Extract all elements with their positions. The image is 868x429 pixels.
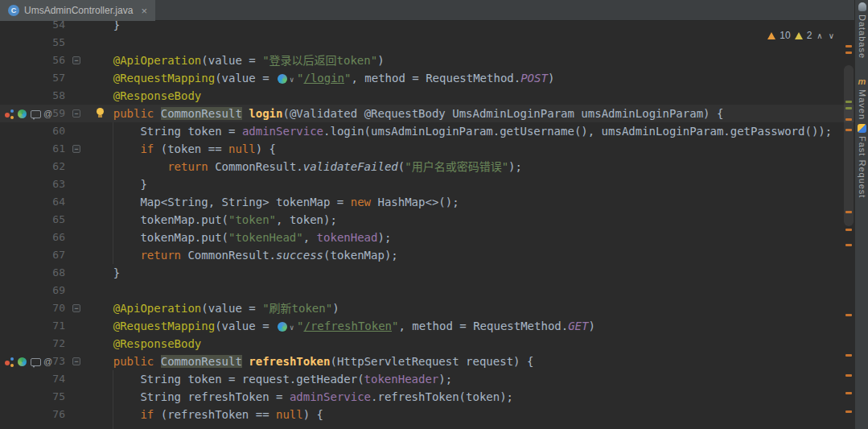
stripe-mark[interactable] [845,129,852,131]
line-number[interactable]: 72 [52,335,65,353]
line-number[interactable]: 76 [52,406,65,423]
code-editor[interactable]: 54 }5556− @ApiOperation(value = "登录以后返回t… [0,21,854,429]
fast-request-gutter-icon[interactable] [4,108,14,119]
line-number[interactable]: 69 [52,282,65,299]
line-number[interactable]: 58 [52,87,65,105]
code-line-58[interactable]: 58 @ResponseBody [0,87,854,105]
code-token: public [113,355,161,368]
tool-button-fast-request[interactable]: Fast Request [855,124,868,198]
gutter: 75 [0,388,86,406]
comment-icon[interactable] [30,356,40,367]
code-token: null [276,408,303,421]
inspection-widget[interactable]: 10 2 ∧ ∨ [767,30,835,41]
line-number[interactable]: 59 [52,105,65,122]
code-line-69[interactable]: 69 [0,282,854,299]
line-number[interactable]: 54 [52,21,65,34]
stripe-mark[interactable] [845,244,852,246]
tool-button-maven[interactable]: m Maven [855,77,868,120]
scrollbar-thumb[interactable] [844,65,854,226]
at-icon[interactable] [43,108,53,119]
code-text: } [86,175,147,193]
line-number[interactable]: 60 [52,122,65,140]
line-number[interactable]: 64 [52,193,65,211]
line-number[interactable]: 73 [52,353,65,370]
comment-icon[interactable] [30,108,40,119]
code-line-64[interactable]: 64 Map<String, String> tokenMap = new Ha… [0,193,854,211]
line-number[interactable]: 68 [52,264,65,282]
api-doc-icon[interactable] [17,356,27,367]
code-token: CommonResult [161,107,242,120]
line-number[interactable]: 75 [52,388,65,406]
stripe-mark[interactable] [845,229,852,231]
code-line-75[interactable]: 75 String refreshToken = adminService.re… [0,388,854,406]
code-line-72[interactable]: 72 @ResponseBody [0,335,854,353]
prev-warning-button[interactable]: ∧ [816,31,823,40]
at-icon[interactable] [43,356,53,367]
line-number[interactable]: 63 [52,175,65,193]
line-number[interactable]: 66 [52,229,65,246]
line-number[interactable]: 71 [52,317,65,335]
next-warning-button[interactable]: ∨ [828,31,835,40]
stripe-mark[interactable] [845,392,852,394]
fold-marker-icon[interactable]: − [72,357,80,365]
code-line-66[interactable]: 66 tokenMap.put("tokenHead", tokenHead); [0,229,854,246]
code-line-67[interactable]: 67 return CommonResult.success(tokenMap)… [0,246,854,264]
stripe-mark[interactable] [845,354,852,357]
code-line-62[interactable]: 62 return CommonResult.validateFailed("用… [0,158,854,175]
code-token: ); [508,160,522,173]
code-token: CommonResult. [208,160,303,173]
fold-marker-icon[interactable]: − [72,109,80,118]
code-line-68[interactable]: 68 } [0,264,854,282]
fold-marker-icon[interactable]: − [72,304,80,312]
code-line-57[interactable]: 57 @RequestMapping(value = ∨"/login", me… [0,69,854,87]
code-line-76[interactable]: 76 if (refreshToken == null) { [0,406,854,423]
code-token: if [140,408,154,421]
stripe-mark[interactable] [845,374,852,377]
stripe-mark[interactable] [845,52,852,54]
line-number[interactable]: 57 [52,69,65,87]
code-token [86,302,113,315]
code-line-70[interactable]: 70− @ApiOperation(value = "刷新token") [0,299,854,317]
code-line-65[interactable]: 65 tokenMap.put("token", token); [0,211,854,229]
code-line-61[interactable]: 61− if (token == null) { [0,140,854,158]
code-line-54[interactable]: 54 } [0,21,854,34]
code-line-55[interactable]: 55 [0,34,854,52]
tool-button-database[interactable]: Database [855,2,868,59]
code-line-74[interactable]: 74 String token = request.getHeader(toke… [0,370,854,388]
code-token: null [228,142,256,155]
line-number[interactable]: 56 [52,52,65,69]
code-line-56[interactable]: 56− @ApiOperation(value = "登录以后返回token") [0,52,854,69]
gutter: 76 [0,406,86,423]
fold-marker-icon[interactable]: − [72,145,80,153]
send-request-inlay-icon[interactable]: ∨ [276,321,297,332]
stripe-mark[interactable] [845,211,852,213]
send-request-inlay-icon[interactable]: ∨ [276,73,297,85]
stripe-mark[interactable] [845,314,852,316]
code-line-60[interactable]: 60 String token = adminService.login(ums… [0,122,854,140]
line-number[interactable]: 62 [52,158,65,175]
line-number[interactable]: 65 [52,211,65,229]
code-line-71[interactable]: 71 @RequestMapping(value = ∨"/refreshTok… [0,317,854,335]
line-number[interactable]: 67 [52,246,65,264]
stripe-mark[interactable] [845,107,852,109]
tab-close-icon[interactable]: × [141,5,147,17]
fold-marker-icon[interactable]: − [72,56,80,64]
fast-request-gutter-icon[interactable] [4,356,14,367]
api-doc-icon[interactable] [17,108,27,119]
code-token [86,355,113,368]
code-token: ) [377,54,384,67]
code-line-73[interactable]: 73− public CommonResult refreshToken(Htt… [0,353,854,370]
stripe-mark[interactable] [845,45,852,47]
line-number[interactable]: 55 [52,34,65,52]
error-stripe[interactable] [843,21,854,429]
line-number[interactable]: 61 [52,140,65,158]
line-number[interactable]: 70 [52,299,65,317]
stripe-mark[interactable] [845,410,852,413]
line-number[interactable]: 74 [52,370,65,388]
stripe-mark[interactable] [845,118,852,121]
code-line-63[interactable]: 63 } [0,175,854,193]
code-token: new [351,196,371,208]
code-line-59[interactable]: 59− public CommonResult login(@Validated… [0,105,854,122]
tab-umsadmincontroller[interactable]: C UmsAdminController.java × [0,0,155,21]
stripe-mark[interactable] [845,101,852,103]
